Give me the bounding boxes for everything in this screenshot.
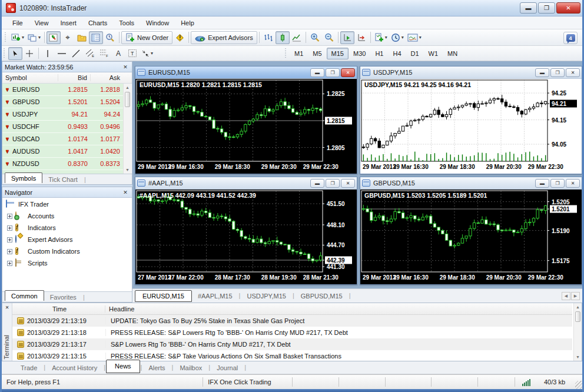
- column-symbol[interactable]: Symbol: [2, 74, 58, 81]
- terminal-tab-mailbox[interactable]: Mailbox: [174, 363, 208, 373]
- tab-symbols[interactable]: Symbols: [5, 172, 42, 183]
- text-label-tool-button[interactable]: T: [125, 47, 140, 60]
- expert-advisors-button[interactable]: Expert Advisors: [191, 31, 257, 44]
- candlestick-mode-button[interactable]: [276, 31, 290, 44]
- periods-button[interactable]: ▾: [389, 31, 406, 44]
- terminal-tab-account-history[interactable]: Account History: [46, 363, 103, 373]
- timeframe-m5[interactable]: M5: [308, 48, 326, 59]
- cursor-tool-button[interactable]: [8, 47, 22, 60]
- zoom-out-button[interactable]: [322, 31, 336, 44]
- close-icon[interactable]: ✕: [121, 190, 130, 195]
- scroll-right-icon[interactable]: ▶: [571, 292, 580, 300]
- close-icon[interactable]: ✕: [121, 64, 130, 70]
- terminal-tab-alerts[interactable]: Alerts: [142, 363, 171, 373]
- profiles-button[interactable]: ▾: [26, 31, 42, 44]
- minimize-button[interactable]: ▬: [310, 179, 324, 188]
- timeframe-h4[interactable]: H4: [388, 48, 406, 59]
- new-order-button[interactable]: New Order: [121, 31, 172, 44]
- expand-plus-icon[interactable]: [7, 249, 12, 254]
- market-watch-row[interactable]: ▼USDJPY94.2194.24: [2, 108, 123, 121]
- timeframe-h1[interactable]: H1: [370, 48, 388, 59]
- toolbar-grip[interactable]: [285, 48, 288, 59]
- text-tool-button[interactable]: A: [111, 47, 125, 60]
- indicators-button[interactable]: ▾: [373, 31, 389, 44]
- expand-plus-icon[interactable]: [7, 225, 12, 231]
- menu-help[interactable]: Help: [175, 18, 200, 28]
- market-watch-row[interactable]: ▼GBPUSD1.52011.5204: [2, 96, 123, 108]
- navigator-item-custom-indicators[interactable]: fCustom Indicators: [2, 245, 132, 257]
- maximize-button[interactable]: ❐: [538, 2, 555, 14]
- menu-view[interactable]: View: [29, 18, 55, 28]
- navigator-toggle-button[interactable]: [75, 31, 89, 44]
- templates-button[interactable]: ▾: [406, 31, 423, 44]
- tab-common[interactable]: Common: [5, 290, 44, 301]
- line-chart-mode-button[interactable]: [290, 31, 304, 44]
- fibonacci-tool-button[interactable]: F: [97, 47, 111, 60]
- column-ask[interactable]: Ask: [91, 74, 123, 81]
- chart-window-titlebar[interactable]: USDJPY,M15▬❐✕: [360, 67, 582, 79]
- terminal-tab-trade[interactable]: Trade: [15, 363, 43, 373]
- chart-canvas[interactable]: GBPUSD,M15 1.5203 1.5205 1.5189 1.52011.…: [360, 190, 582, 284]
- menu-insert[interactable]: Insert: [54, 18, 82, 28]
- close-button[interactable]: ✕: [341, 179, 355, 188]
- chart-canvas[interactable]: #AAPL,M15 442.09 443.19 441.52 442.39451…: [135, 190, 357, 284]
- restore-button[interactable]: ❐: [326, 68, 340, 77]
- navigator-root-item[interactable]: IFX Trader: [2, 198, 132, 210]
- zoom-in-button[interactable]: [308, 31, 322, 44]
- terminal-tab-news[interactable]: News: [106, 360, 140, 373]
- scroll-left-icon[interactable]: ◀: [562, 292, 570, 300]
- minimize-button[interactable]: ▬: [520, 2, 537, 14]
- chart-window-usdjpy[interactable]: USDJPY,M15▬❐✕USDJPY,M15 94.21 94.25 94.1…: [360, 66, 582, 174]
- menu-window[interactable]: Window: [140, 18, 175, 28]
- strategy-tester-button[interactable]: [103, 31, 117, 44]
- timeframe-w1[interactable]: W1: [424, 48, 443, 59]
- news-row[interactable]: 2013/03/29 21:13:15PRESS RELEASE: S&P Ta…: [12, 350, 572, 361]
- terminal-scrollbar[interactable]: ▲ ▼: [573, 303, 582, 361]
- market-watch-row[interactable]: ▼USDCHF0.94930.9496: [2, 121, 123, 133]
- news-row[interactable]: 2013/03/29 21:13:19UPDATE: Tokyo Gas To …: [12, 315, 572, 327]
- chart-canvas[interactable]: EURUSD,M15 1.2820 1.2821 1.2815 1.28151.…: [135, 79, 357, 174]
- chart-tab-gbpusd[interactable]: GBPUSD,M15: [295, 291, 349, 301]
- scroll-thumb[interactable]: [575, 311, 580, 322]
- trendline-tool-button[interactable]: [69, 47, 83, 60]
- resize-grip[interactable]: [575, 381, 582, 389]
- tab-favorites[interactable]: Favorites: [44, 293, 82, 302]
- market-watch-column-headers[interactable]: Symbol Bid Ask: [2, 72, 132, 84]
- minimize-button[interactable]: ▬: [310, 68, 324, 77]
- chart-tab-aapl[interactable]: #AAPL,M15: [192, 291, 238, 301]
- market-watch-row[interactable]: ▼NZDUSD0.83700.8373: [2, 158, 123, 170]
- navigator-item-accounts[interactable]: Accounts: [2, 210, 132, 222]
- column-time[interactable]: Time: [12, 305, 105, 313]
- scroll-up-icon[interactable]: ▲: [574, 303, 582, 311]
- chart-window-eurusd[interactable]: EURUSD,M15▬❐✕EURUSD,M15 1.2820 1.2821 1.…: [135, 66, 357, 174]
- navigator-item-indicators[interactable]: fIndicators: [2, 222, 132, 234]
- market-watch-row[interactable]: ▼EURUSD1.28151.2818: [2, 84, 123, 96]
- bar-chart-mode-button[interactable]: [261, 31, 276, 44]
- horizontal-line-tool-button[interactable]: [55, 47, 69, 60]
- chart-tab-eurusd[interactable]: EURUSD,M15: [135, 290, 192, 302]
- timeframe-m30[interactable]: M30: [349, 48, 370, 59]
- scroll-up-icon[interactable]: ▲: [124, 84, 131, 91]
- news-row[interactable]: 2013/03/29 21:13:17S&P Lowers Rtg To 'BB…: [12, 338, 572, 350]
- chart-window-aapl[interactable]: #AAPL,M15▬❐✕#AAPL,M15 442.09 443.19 441.…: [135, 177, 357, 285]
- minimize-button[interactable]: ▬: [535, 179, 549, 188]
- timeframe-m15[interactable]: M15: [327, 48, 349, 59]
- scroll-down-icon[interactable]: ▼: [124, 166, 131, 174]
- tab-tick-chart[interactable]: Tick Chart: [42, 175, 84, 184]
- close-button[interactable]: ✕: [556, 2, 580, 14]
- chart-tab-usdjpy[interactable]: USDJPY,M15: [241, 291, 291, 301]
- arrows-tool-button[interactable]: ▾: [140, 47, 155, 60]
- restore-button[interactable]: ❐: [550, 68, 565, 77]
- market-watch-row[interactable]: ▼USDCAD1.01741.0177: [2, 133, 123, 145]
- navigator-item-scripts[interactable]: Scripts: [2, 257, 132, 269]
- close-button[interactable]: ✕: [566, 68, 580, 77]
- new-chart-button[interactable]: ▾: [9, 31, 26, 44]
- terminal-tab-journal[interactable]: Journal: [211, 363, 244, 373]
- market-watch-row[interactable]: ▼AUDUSD1.04171.0420: [2, 145, 123, 158]
- mailbox-messages-button[interactable]: 4: [563, 32, 578, 44]
- timeframe-m1[interactable]: M1: [290, 48, 308, 59]
- chart-window-titlebar[interactable]: GBPUSD,M15▬❐✕: [360, 177, 582, 190]
- column-headline[interactable]: Headline: [105, 305, 134, 313]
- expand-plus-icon[interactable]: [7, 214, 12, 219]
- close-button[interactable]: ✕: [341, 68, 355, 77]
